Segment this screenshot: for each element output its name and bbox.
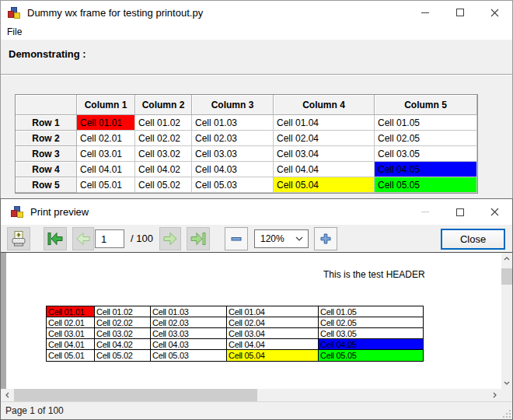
next-page-icon xyxy=(161,229,180,248)
printer-icon xyxy=(9,230,28,247)
grid-cell[interactable]: Cell 01.01 xyxy=(77,115,135,131)
preview-table-cell: Cell 04.01 xyxy=(47,339,95,350)
grid-cell[interactable]: Cell 05.04 xyxy=(274,177,375,193)
grid-cell[interactable]: Cell 04.01 xyxy=(77,162,135,177)
page-header-text: This is the test HEADER xyxy=(323,269,425,280)
close-button-label: Close xyxy=(460,233,486,245)
grid-cell[interactable]: Cell 02.05 xyxy=(375,131,477,146)
zoom-in-button[interactable] xyxy=(314,227,337,250)
minimize-button xyxy=(407,199,442,225)
preview-table-cell: Cell 04.03 xyxy=(151,339,227,350)
scroll-right-icon[interactable] xyxy=(489,389,500,401)
grid-cell[interactable]: Cell 05.03 xyxy=(192,177,274,193)
scroll-up-icon[interactable] xyxy=(501,253,512,264)
grid-cell[interactable]: Cell 02.03 xyxy=(192,131,274,146)
close-icon xyxy=(490,208,499,216)
preview-titlebar[interactable]: Print preview xyxy=(1,199,512,225)
grid-cell[interactable]: Cell 05.05 xyxy=(375,177,477,193)
grid-header-row: Column 1Column 2Column 3Column 4Column 5 xyxy=(16,95,477,115)
divider xyxy=(1,74,512,75)
grid-corner[interactable] xyxy=(16,95,77,115)
main-window: Dummy wx frame for testing printout.py F… xyxy=(0,0,513,200)
grid-cell[interactable]: Cell 02.02 xyxy=(135,131,192,146)
print-button[interactable] xyxy=(7,227,30,250)
preview-table-cell: Cell 05.05 xyxy=(319,350,423,361)
preview-table-cell: Cell 04.02 xyxy=(95,339,151,350)
preview-table-row: Cell 02.01Cell 02.02Cell 02.03Cell 02.04… xyxy=(47,317,423,328)
grid-col-header[interactable]: Column 1 xyxy=(77,95,135,115)
main-titlebar[interactable]: Dummy wx frame for testing printout.py xyxy=(1,1,512,24)
grid-cell[interactable]: Cell 03.04 xyxy=(274,146,375,162)
close-preview-button[interactable]: Close xyxy=(441,229,505,250)
preview-table-cell: Cell 05.01 xyxy=(47,350,95,361)
preview-table-cell: Cell 05.02 xyxy=(95,350,151,361)
previous-page-button[interactable] xyxy=(72,227,94,250)
first-page-icon xyxy=(46,229,65,248)
grid-cell[interactable]: Cell 04.04 xyxy=(274,162,375,177)
preview-table-row: Cell 01.01Cell 01.02Cell 01.03Cell 01.04… xyxy=(47,306,423,317)
grid-row: Row 1Cell 01.01Cell 01.02Cell 01.03Cell … xyxy=(16,115,477,131)
scroll-down-icon[interactable] xyxy=(501,377,512,389)
preview-table-cell: Cell 01.03 xyxy=(151,306,227,317)
grid-col-header[interactable]: Column 4 xyxy=(274,95,375,115)
grid-col-header[interactable]: Column 3 xyxy=(192,95,274,115)
grid-cell[interactable]: Cell 01.04 xyxy=(274,115,375,131)
maximize-button[interactable] xyxy=(442,1,477,24)
preview-table-cell: Cell 01.05 xyxy=(319,306,423,317)
last-page-button[interactable] xyxy=(187,227,210,250)
minimize-icon xyxy=(421,212,429,212)
grid-row: Row 5Cell 05.01Cell 05.02Cell 05.03Cell … xyxy=(16,177,477,193)
first-page-button[interactable] xyxy=(44,227,67,250)
zoom-out-button[interactable] xyxy=(225,227,248,250)
scroll-left-icon[interactable] xyxy=(2,389,12,401)
grid-cell[interactable]: Cell 03.05 xyxy=(375,146,477,162)
grid-cell[interactable]: Cell 02.01 xyxy=(77,131,135,146)
resize-grip[interactable] xyxy=(503,410,511,418)
grid-row-label[interactable]: Row 2 xyxy=(16,131,77,146)
menu-file[interactable]: File xyxy=(1,25,28,39)
grid-row-label[interactable]: Row 4 xyxy=(16,162,77,177)
grid-row-label[interactable]: Row 5 xyxy=(16,177,77,193)
grid-row-label[interactable]: Row 3 xyxy=(16,146,77,162)
status-page-label: Page 1 of 100 xyxy=(5,405,64,416)
grid-cell[interactable]: Cell 03.03 xyxy=(192,146,274,162)
vertical-scrollbar[interactable] xyxy=(501,253,512,389)
vertical-scroll-thumb[interactable] xyxy=(501,268,512,285)
next-page-button[interactable] xyxy=(159,227,181,250)
preview-table-cell: Cell 02.04 xyxy=(227,317,319,328)
horizontal-scrollbar[interactable] xyxy=(2,389,500,401)
horizontal-scroll-thumb[interactable] xyxy=(14,389,257,401)
grid-cell[interactable]: Cell 03.02 xyxy=(135,146,192,162)
maximize-button[interactable] xyxy=(442,199,477,225)
grid-cell[interactable]: Cell 02.04 xyxy=(274,131,375,146)
grid-cell[interactable]: Cell 01.02 xyxy=(135,115,192,131)
grid-cell[interactable]: Cell 05.01 xyxy=(77,177,135,193)
grid-cell[interactable]: Cell 03.01 xyxy=(77,146,135,162)
close-button[interactable] xyxy=(477,199,512,225)
preview-table-cell: Cell 02.03 xyxy=(151,317,227,328)
preview-caption-buttons xyxy=(407,199,512,225)
menubar: File xyxy=(1,24,512,40)
minimize-button[interactable] xyxy=(407,1,442,24)
preview-table-cell: Cell 03.01 xyxy=(47,328,95,339)
grid-cell[interactable]: Cell 05.02 xyxy=(135,177,192,193)
preview-table-cell: Cell 02.01 xyxy=(47,317,95,328)
preview-table-cell: Cell 03.02 xyxy=(95,328,151,339)
preview-table: Cell 01.01Cell 01.02Cell 01.03Cell 01.04… xyxy=(46,306,424,362)
maximize-icon xyxy=(456,9,464,16)
grid-col-header[interactable]: Column 5 xyxy=(375,95,477,115)
demo-grid: Column 1Column 2Column 3Column 4Column 5… xyxy=(15,94,478,194)
grid-cell[interactable]: Cell 04.05 xyxy=(375,162,477,177)
grid-cell[interactable]: Cell 04.03 xyxy=(192,162,274,177)
preview-table-cell: Cell 05.03 xyxy=(151,350,227,361)
grid-cell[interactable]: Cell 04.02 xyxy=(135,162,192,177)
grid-row: Row 3Cell 03.01Cell 03.02Cell 03.03Cell … xyxy=(16,146,477,162)
page-number-input[interactable] xyxy=(95,229,124,248)
close-button[interactable] xyxy=(477,1,512,24)
zoom-select[interactable]: 120% xyxy=(254,229,309,248)
grid-cell[interactable]: Cell 01.05 xyxy=(375,115,477,131)
grid-col-header[interactable]: Column 2 xyxy=(135,95,192,115)
grid-cell[interactable]: Cell 01.03 xyxy=(192,115,274,131)
minus-icon xyxy=(229,232,243,246)
grid-row-label[interactable]: Row 1 xyxy=(16,115,77,131)
